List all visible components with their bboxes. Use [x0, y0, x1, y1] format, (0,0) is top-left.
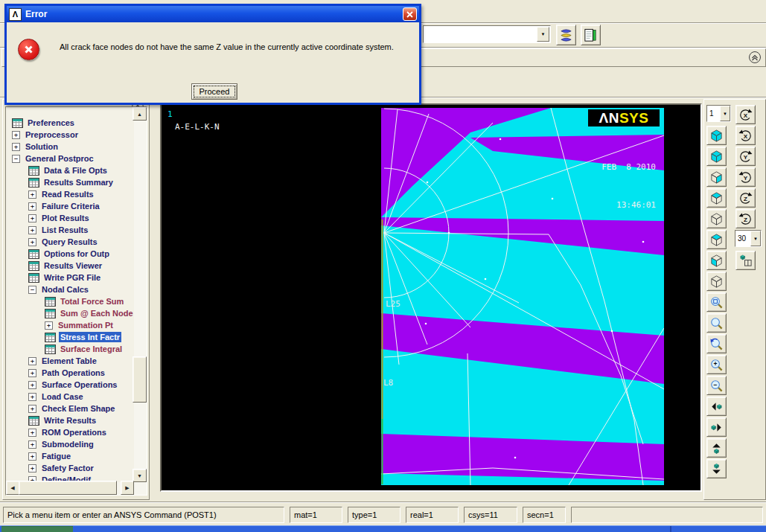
- collapse-toolbar-button[interactable]: [748, 51, 762, 64]
- menu-item-rom-operations[interactable]: +ROM Operations: [6, 426, 134, 438]
- menu-item-solution[interactable]: +Solution: [6, 141, 134, 153]
- pan-down-button[interactable]: [706, 459, 727, 478]
- menu-item-list-results[interactable]: +List Results: [6, 224, 134, 236]
- form-panel-button[interactable]: [581, 25, 601, 45]
- scroll-right-button[interactable]: ▶: [121, 481, 134, 495]
- menu-item-data-file-opts[interactable]: Data & File Opts: [6, 164, 134, 176]
- oblique-view-button[interactable]: [706, 147, 727, 166]
- zoom-in-button[interactable]: +: [706, 355, 727, 374]
- menu-item-total-force-sum[interactable]: Total Force Sum: [6, 295, 134, 307]
- plot-window-select[interactable]: 1 ▼: [706, 105, 731, 122]
- right-view-button[interactable]: [706, 272, 727, 291]
- graphics-window[interactable]: 1 A-E-L-K-N: [160, 103, 702, 492]
- menu-item-write-pgr-file[interactable]: Write PGR File: [6, 272, 134, 283]
- dialog-box-icon[interactable]: [45, 333, 56, 342]
- rotate-x-ccw-button[interactable]: X: [735, 126, 756, 145]
- menu-item-safety-factor[interactable]: +Safety Factor: [6, 462, 134, 474]
- expand-icon[interactable]: +: [45, 321, 53, 330]
- top-view-button[interactable]: [706, 209, 727, 228]
- tree-vscrollbar[interactable]: [134, 107, 147, 482]
- dialog-box-icon[interactable]: [28, 261, 39, 271]
- dialog-box-icon[interactable]: [28, 273, 39, 283]
- dialog-box-icon[interactable]: [28, 178, 39, 188]
- expand-icon[interactable]: +: [12, 131, 20, 139]
- chevron-down-icon[interactable]: ▼: [720, 106, 730, 121]
- menu-item-write-results[interactable]: Write Results: [6, 414, 134, 426]
- dialog-box-icon[interactable]: [28, 416, 39, 426]
- zoom-out-button[interactable]: −: [706, 376, 727, 395]
- collapse-icon[interactable]: −: [28, 286, 36, 294]
- scroll-up-button[interactable]: ▲: [133, 107, 147, 121]
- rotate-y-cw-button[interactable]: Y: [735, 147, 756, 166]
- menu-item-sum-each-node[interactable]: Sum @ Each Node: [6, 307, 134, 319]
- stacked-layers-button[interactable]: [556, 25, 576, 45]
- expand-icon[interactable]: +: [28, 464, 36, 472]
- chevron-down-icon[interactable]: ▼: [537, 27, 549, 42]
- dialog-box-icon[interactable]: [28, 249, 39, 259]
- scroll-left-button[interactable]: ◀: [6, 481, 19, 495]
- menu-item-read-results[interactable]: +Read Results: [6, 188, 134, 200]
- start-button-edge[interactable]: [1, 526, 73, 532]
- menu-item-results-viewer[interactable]: Results Viewer: [6, 260, 134, 272]
- dialog-box-icon[interactable]: [45, 297, 56, 307]
- chevron-down-icon[interactable]: ▼: [750, 231, 761, 246]
- expand-icon[interactable]: +: [28, 393, 36, 401]
- collapse-icon[interactable]: −: [12, 155, 20, 163]
- close-button[interactable]: [403, 7, 417, 21]
- expand-icon[interactable]: +: [28, 226, 36, 234]
- menu-item-stress-int-factr[interactable]: Stress Int Factr: [6, 331, 134, 343]
- bottom-view-button[interactable]: [706, 230, 727, 249]
- menu-item-submodeling[interactable]: +Submodeling: [6, 438, 134, 450]
- pan-left-button[interactable]: [706, 397, 727, 416]
- pan-right-button[interactable]: [706, 417, 727, 437]
- back-view-button[interactable]: [706, 188, 727, 208]
- menu-item-preferences[interactable]: Preferences: [6, 117, 134, 129]
- vscroll-thumb[interactable]: [133, 356, 147, 403]
- left-view-button[interactable]: [706, 251, 727, 270]
- expand-icon[interactable]: +: [28, 429, 36, 437]
- menu-item-failure-criteria[interactable]: +Failure Criteria: [6, 200, 134, 212]
- menu-item-results-summary[interactable]: Results Summary: [6, 176, 134, 188]
- dynamic-mode-button[interactable]: [735, 251, 756, 270]
- hscroll-thumb[interactable]: [19, 481, 117, 495]
- expand-icon[interactable]: +: [28, 369, 36, 377]
- expand-icon[interactable]: +: [28, 202, 36, 211]
- rotate-z-cw-button[interactable]: Z: [735, 188, 756, 208]
- rotate-increment-select[interactable]: 30 ▼: [735, 230, 762, 247]
- expand-icon[interactable]: +: [28, 440, 36, 449]
- menu-item-plot-results[interactable]: +Plot Results: [6, 212, 134, 224]
- pan-up-button[interactable]: [706, 438, 727, 458]
- expand-icon[interactable]: +: [28, 452, 36, 461]
- menu-item-element-table[interactable]: +Element Table: [6, 355, 134, 367]
- menu-item-general-postproc[interactable]: −General Postproc: [6, 153, 134, 164]
- proceed-button[interactable]: Proceed: [191, 83, 237, 100]
- expand-icon[interactable]: +: [28, 357, 36, 365]
- menu-item-surface-integral[interactable]: Surface Integral: [6, 343, 134, 355]
- box-zoom-button[interactable]: [706, 292, 727, 312]
- windows-taskbar[interactable]: [0, 525, 766, 532]
- menu-item-check-elem-shape[interactable]: +Check Elem Shape: [6, 403, 134, 414]
- expand-icon[interactable]: +: [28, 405, 36, 413]
- dialog-box-icon[interactable]: [45, 309, 56, 318]
- toolbar-combobox-input[interactable]: [425, 28, 537, 41]
- menu-item-path-operations[interactable]: +Path Operations: [6, 367, 134, 379]
- expand-icon[interactable]: +: [28, 190, 36, 199]
- menu-item-surface-operations[interactable]: +Surface Operations: [6, 379, 134, 391]
- menu-item-options-for-outp[interactable]: Options for Outp: [6, 248, 134, 260]
- expand-icon[interactable]: +: [28, 238, 36, 246]
- expand-icon[interactable]: +: [28, 214, 36, 222]
- menu-item-nodal-calcs[interactable]: −Nodal Calcs: [6, 283, 134, 295]
- error-dialog-titlebar[interactable]: Λ Error: [7, 6, 419, 22]
- toolbar-combobox[interactable]: ▼: [423, 25, 551, 43]
- dialog-box-icon[interactable]: [45, 344, 56, 354]
- menu-item-preprocessor[interactable]: +Preprocessor: [6, 129, 134, 141]
- fit-view-button[interactable]: [706, 313, 727, 333]
- menu-item-load-case[interactable]: +Load Case: [6, 391, 134, 403]
- isometric-view-button[interactable]: [706, 126, 727, 145]
- menu-item-summation-pt[interactable]: +Summation Pt: [6, 319, 134, 331]
- rotate-y-ccw-button[interactable]: Y: [735, 167, 756, 187]
- dialog-box-icon[interactable]: [28, 166, 39, 176]
- rotate-z-ccw-button[interactable]: Z: [735, 209, 756, 228]
- dialog-box-icon[interactable]: [12, 118, 23, 128]
- expand-icon[interactable]: +: [28, 381, 36, 389]
